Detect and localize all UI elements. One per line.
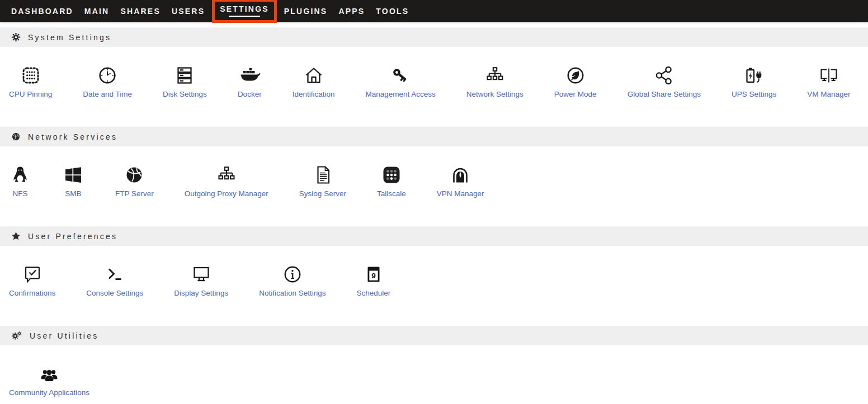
windows-logo-icon xyxy=(62,163,84,186)
gears-icon xyxy=(11,331,22,340)
terminal-icon xyxy=(103,262,126,286)
settings-item-management-access[interactable]: Management Access xyxy=(365,63,435,98)
settings-item-label: UPS Settings xyxy=(732,90,776,98)
section-system-settings: System SettingsCPU PinningDate and TimeD… xyxy=(0,27,868,127)
settings-item-label: Docker xyxy=(238,90,262,98)
settings-item-label: Disk Settings xyxy=(163,90,207,98)
svg-text:9: 9 xyxy=(371,272,376,280)
nav-item-main[interactable]: MAIN xyxy=(79,7,115,16)
section-header-network-services: Network Services xyxy=(0,127,868,146)
settings-item-syslog-server[interactable]: Syslog Server xyxy=(299,163,346,198)
settings-item-network-settings[interactable]: Network Settings xyxy=(466,63,523,98)
settings-item-label: Identification xyxy=(293,90,335,98)
settings-item-label: VPN Manager xyxy=(437,189,484,198)
docker-whale-icon xyxy=(238,63,261,87)
section-network-services: Network ServicesNFSSMBFTP ServerOutgoing… xyxy=(0,127,868,226)
nav-item-label: APPS xyxy=(338,7,365,16)
settings-item-label: Network Settings xyxy=(466,90,523,98)
section-header-system-settings: System Settings xyxy=(0,27,868,47)
leaf-circle-icon xyxy=(564,63,587,87)
section-header-user-preferences: User Preferences xyxy=(0,226,868,246)
top-nav: DASHBOARDMAINSHARESUSERSSETTINGSPLUGINSA… xyxy=(0,0,868,22)
settings-item-label: Console Settings xyxy=(86,289,143,297)
settings-item-console-settings[interactable]: Console Settings xyxy=(86,262,143,297)
settings-item-scheduler[interactable]: 9Scheduler xyxy=(356,262,390,297)
settings-item-ftp-server[interactable]: FTP Server xyxy=(115,163,154,198)
settings-item-disk-settings[interactable]: Disk Settings xyxy=(163,63,207,98)
settings-item-global-share-settings[interactable]: Global Share Settings xyxy=(628,63,701,98)
settings-item-smb[interactable]: SMB xyxy=(62,163,84,198)
nav-item-label: TOOLS xyxy=(376,7,409,16)
vm-monitors-icon xyxy=(818,63,840,87)
settings-item-date-and-time[interactable]: Date and Time xyxy=(83,63,132,98)
settings-item-label: CPU Pinning xyxy=(9,90,52,98)
document-lines-icon xyxy=(312,163,334,186)
calendar-icon: 9 xyxy=(362,262,385,286)
nav-item-settings[interactable]: SETTINGS xyxy=(212,0,277,23)
settings-item-ups-settings[interactable]: UPS Settings xyxy=(732,63,776,98)
comment-check-icon xyxy=(21,262,44,286)
settings-item-label: Global Share Settings xyxy=(628,90,701,98)
settings-item-label: Power Mode xyxy=(554,90,597,98)
battery-plug-icon xyxy=(743,63,765,87)
settings-item-docker[interactable]: Docker xyxy=(238,63,262,98)
settings-item-community-applications[interactable]: Community Applications xyxy=(9,362,89,397)
nav-item-label: MAIN xyxy=(84,7,110,16)
active-tab-underline xyxy=(229,16,260,17)
settings-item-label: SMB xyxy=(65,189,81,198)
settings-item-label: Date and Time xyxy=(83,90,132,98)
nav-item-plugins[interactable]: PLUGINS xyxy=(279,7,333,16)
settings-item-label: Tailscale xyxy=(377,189,406,198)
tunnel-arch-icon xyxy=(449,163,471,186)
nav-item-tools[interactable]: TOOLS xyxy=(370,7,414,16)
settings-item-label: Confirmations xyxy=(9,289,55,297)
server-stack-icon xyxy=(173,63,196,87)
sitemap-icon xyxy=(215,163,238,186)
nav-item-dashboard[interactable]: DASHBOARD xyxy=(6,7,79,16)
settings-item-label: Management Access xyxy=(365,90,435,98)
cpu-pinning-icon xyxy=(20,63,42,87)
nav-item-label: DASHBOARD xyxy=(11,7,73,16)
tailscale-dots-icon xyxy=(380,163,403,186)
nav-item-users[interactable]: USERS xyxy=(166,7,210,16)
settings-item-label: VM Manager xyxy=(807,90,850,98)
settings-item-tailscale[interactable]: Tailscale xyxy=(377,163,406,198)
globe-solid-icon xyxy=(123,163,145,186)
home-icon xyxy=(303,63,325,87)
settings-item-cpu-pinning[interactable]: CPU Pinning xyxy=(9,63,52,98)
section-title: User Utilities xyxy=(30,331,98,340)
info-circle-icon xyxy=(281,262,304,286)
settings-item-power-mode[interactable]: Power Mode xyxy=(554,63,597,98)
share-nodes-icon xyxy=(653,63,675,87)
section-header-user-utilities: User Utilities xyxy=(0,326,868,345)
settings-item-identification[interactable]: Identification xyxy=(293,63,335,98)
tux-penguin-icon xyxy=(9,163,31,186)
settings-item-label: Scheduler xyxy=(356,289,390,297)
settings-item-nfs[interactable]: NFS xyxy=(9,163,31,198)
settings-item-vpn-manager[interactable]: VPN Manager xyxy=(437,163,484,198)
key-icon xyxy=(389,63,412,87)
settings-item-display-settings[interactable]: Display Settings xyxy=(174,262,228,297)
section-title: Network Services xyxy=(28,132,117,141)
section-user-utilities: User UtilitiesCommunity Applications xyxy=(0,326,868,404)
settings-page: System SettingsCPU PinningDate and TimeD… xyxy=(0,27,868,404)
section-body-user-preferences: ConfirmationsConsole SettingsDisplay Set… xyxy=(0,246,868,326)
section-body-network-services: NFSSMBFTP ServerOutgoing Proxy ManagerSy… xyxy=(0,146,868,226)
monitor-icon xyxy=(190,262,213,286)
settings-item-vm-manager[interactable]: VM Manager xyxy=(807,63,850,98)
section-body-user-utilities: Community Applications xyxy=(0,345,868,404)
settings-item-label: Community Applications xyxy=(9,388,89,397)
globe-icon xyxy=(11,132,21,141)
section-title: System Settings xyxy=(28,33,111,42)
nav-item-shares[interactable]: SHARES xyxy=(115,7,166,16)
settings-item-label: NFS xyxy=(13,189,28,198)
settings-item-outgoing-proxy-manager[interactable]: Outgoing Proxy Manager xyxy=(185,163,268,198)
clock-icon xyxy=(96,63,119,87)
nav-item-apps[interactable]: APPS xyxy=(333,7,370,16)
gear-icon xyxy=(11,32,21,42)
section-title: User Preferences xyxy=(28,232,117,241)
nav-item-label: SHARES xyxy=(120,7,161,16)
nav-item-label: USERS xyxy=(172,7,205,16)
settings-item-confirmations[interactable]: Confirmations xyxy=(9,262,55,297)
settings-item-notification-settings[interactable]: Notification Settings xyxy=(259,262,326,297)
